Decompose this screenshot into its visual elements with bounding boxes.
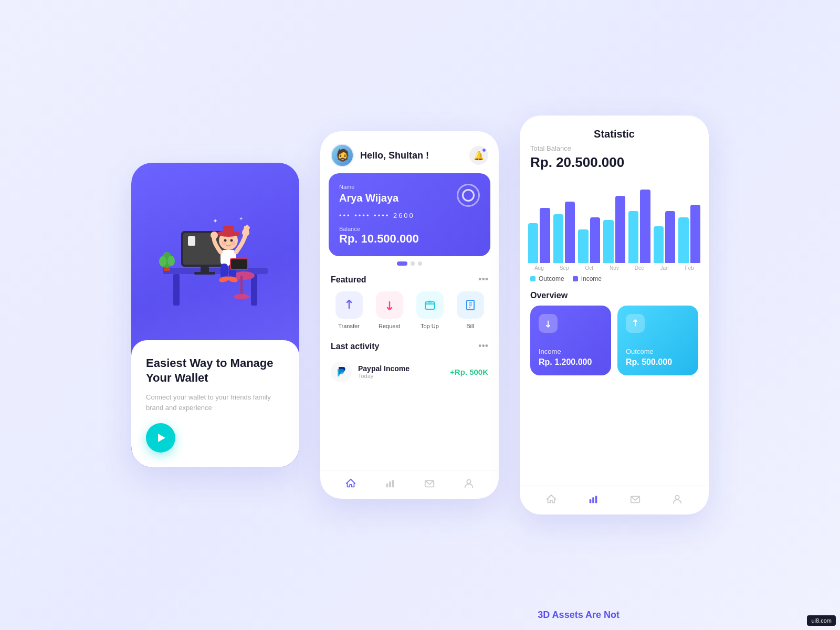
income-bar-aug <box>540 208 550 263</box>
nav-chart-button[interactable] <box>384 478 396 489</box>
svg-rect-13 <box>223 226 234 234</box>
transfer-label: Transfer <box>338 323 360 329</box>
intro-subtitle: Connect your wallet to your friends fami… <box>146 392 285 413</box>
income-card-label: Income <box>539 348 603 355</box>
outcome-card-icon-wrap <box>626 314 645 333</box>
get-started-button[interactable] <box>146 423 175 453</box>
wallet-card: Name Arya Wijaya ••• •••• •••• 2600 Bala… <box>329 173 490 256</box>
income-legend-label: Income <box>581 275 602 282</box>
request-button[interactable]: Request <box>376 291 403 329</box>
dot-3 <box>418 261 422 266</box>
outcome-bar-sep <box>553 214 563 263</box>
nav-mail-button[interactable] <box>424 478 435 489</box>
svg-point-8 <box>234 271 255 280</box>
chart-group-nov <box>603 196 625 263</box>
home-icon <box>345 478 356 489</box>
svg-point-47 <box>675 496 679 499</box>
income-dot <box>573 276 578 281</box>
svg-text:✦: ✦ <box>239 216 243 222</box>
activity-name: Paypal Income <box>358 364 444 373</box>
nav-profile-button[interactable] <box>463 478 475 489</box>
stats-chart-icon <box>587 494 599 505</box>
chart-label-jan: Jan <box>654 265 676 271</box>
featured-more-button[interactable]: ••• <box>478 274 488 285</box>
outcome-card-value: Rp. 500.000 <box>626 358 690 367</box>
request-icon <box>383 299 396 311</box>
chart-label-feb: Feb <box>678 265 700 271</box>
desk-illustration: ✦ ✦ <box>152 184 278 320</box>
chart-group-feb <box>678 205 700 263</box>
chart-group-sep <box>553 202 575 263</box>
svg-text:✦: ✦ <box>213 217 218 225</box>
outcome-overview-card: Outcome Rp. 500.000 <box>617 306 698 375</box>
illustration-area: ✦ ✦ <box>152 184 278 320</box>
svg-rect-7 <box>188 236 195 246</box>
bill-button[interactable]: Bill <box>457 291 484 329</box>
request-label: Request <box>379 323 400 329</box>
svg-point-42 <box>467 480 470 484</box>
activity-item: Paypal Income Today +Rp. 500K <box>320 356 499 387</box>
outcome-dot <box>530 276 536 281</box>
stats-mail-icon <box>629 494 641 505</box>
bottom-text: 3D Assets Are Not <box>538 610 620 621</box>
intro-content: Easiest Way to Manage Your Wallet Connec… <box>131 340 299 467</box>
nav-home-button[interactable] <box>345 478 356 489</box>
income-card-value: Rp. 1.200.000 <box>539 358 603 367</box>
chart-icon <box>384 478 396 489</box>
wallet-header: 🧔 Hello, Shultan ! 🔔 <box>320 131 499 173</box>
activity-amount: +Rp. 500K <box>450 368 488 376</box>
stats-nav-chart-button[interactable] <box>587 494 599 505</box>
svg-rect-44 <box>592 497 594 503</box>
income-legend: Income <box>573 275 602 282</box>
notification-button[interactable]: 🔔 <box>469 146 488 165</box>
activity-title: Last activity <box>331 342 379 351</box>
notification-dot <box>482 148 486 152</box>
paypal-logo <box>331 361 352 382</box>
chart-label-aug: Aug <box>528 265 550 271</box>
outcome-bar-dec <box>628 211 638 263</box>
chart-group-dec <box>628 190 650 263</box>
stats-nav-mail-button[interactable] <box>629 494 641 505</box>
svg-point-30 <box>167 256 175 266</box>
chart-label-oct: Oct <box>578 265 600 271</box>
stats-nav-home-button[interactable] <box>545 494 557 505</box>
outcome-card-label: Outcome <box>626 348 690 355</box>
greeting-text: Hello, Shultan ! <box>360 150 469 161</box>
screen3-statistics: Statistic Total Balance Rp. 20.500.000 A… <box>520 116 709 514</box>
activity-section-header: Last activity ••• <box>320 335 499 356</box>
bottom-nav <box>320 470 499 499</box>
svg-rect-26 <box>231 259 247 269</box>
total-balance-value: Rp. 20.500.000 <box>520 154 709 171</box>
svg-point-19 <box>211 232 218 239</box>
svg-point-16 <box>222 241 226 245</box>
svg-rect-39 <box>389 481 391 487</box>
avatar: 🧔 <box>331 144 354 167</box>
topup-label: Top Up <box>421 323 439 329</box>
intro-title: Easiest Way to Manage Your Wallet <box>146 356 285 386</box>
chart-group-oct <box>578 217 600 264</box>
transfer-button[interactable]: Transfer <box>335 291 363 329</box>
featured-section-header: Featured ••• <box>320 269 499 289</box>
topup-button[interactable]: Top Up <box>416 291 444 329</box>
outcome-bar-nov <box>603 220 613 263</box>
income-bar-nov <box>615 196 625 263</box>
outcome-legend-label: Outcome <box>539 275 564 282</box>
svg-point-17 <box>231 241 235 245</box>
card-number: ••• •••• •••• 2600 <box>339 212 480 219</box>
income-icon <box>543 319 553 328</box>
arrow-right-icon <box>158 434 165 442</box>
bill-icon <box>464 299 477 311</box>
chart-group-jan <box>654 211 676 263</box>
income-bar-dec <box>640 190 650 263</box>
statistics-title: Statistic <box>520 116 709 144</box>
mail-icon <box>424 478 435 489</box>
svg-point-10 <box>234 294 249 299</box>
svg-rect-21 <box>220 264 228 278</box>
request-icon-wrap <box>376 291 403 319</box>
stats-home-icon <box>545 494 557 505</box>
chart-labels: AugSepOctNovDecJanFeb <box>520 263 709 271</box>
activity-more-button[interactable]: ••• <box>478 341 488 352</box>
stats-nav-profile-button[interactable] <box>671 494 683 505</box>
overview-cards: Income Rp. 1.200.000 Outcome Rp. 500.000 <box>520 306 709 375</box>
stats-person-icon <box>671 494 683 505</box>
